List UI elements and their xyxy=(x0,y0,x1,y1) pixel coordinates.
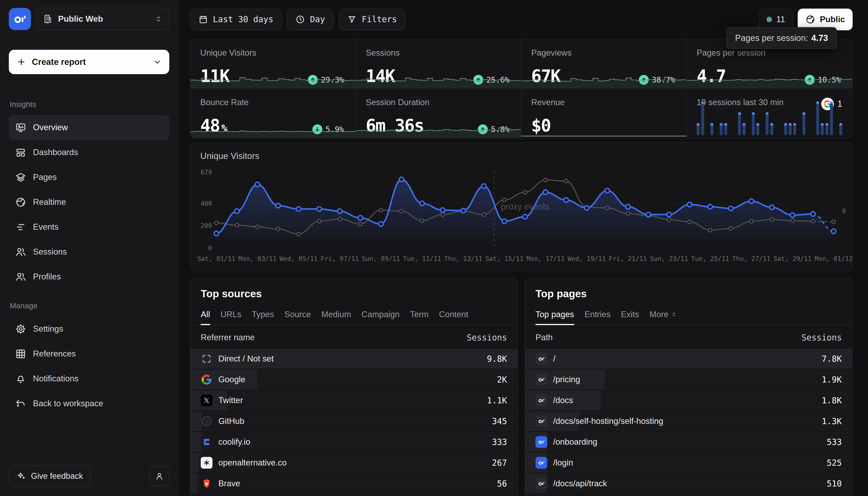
tab-campaign[interactable]: Campaign xyxy=(361,310,400,325)
row-value: 1.9K xyxy=(822,375,842,385)
tab-types[interactable]: Types xyxy=(252,310,274,325)
kpi-unique-visitors[interactable]: Unique Visitors 11K 29.3% xyxy=(190,39,356,89)
section-label-insights: Insights xyxy=(10,100,169,109)
row-label: coolify.io xyxy=(218,437,492,447)
google-icon xyxy=(201,374,212,385)
interval-button[interactable]: Day xyxy=(287,9,334,30)
top-pages-tabs: Top pages Entries Exits More xyxy=(525,310,852,325)
sidebar-item-back-to-workspace[interactable]: Back to workspace xyxy=(9,391,169,416)
sidebar-item-dashboards[interactable]: Dashboards xyxy=(9,140,169,165)
tab-top-pages[interactable]: Top pages xyxy=(536,310,574,325)
funnel-icon xyxy=(347,15,357,24)
sparkline xyxy=(190,118,355,138)
x-icon xyxy=(201,394,212,406)
line-chart-plot[interactable]: proxy events xyxy=(216,172,834,248)
row-value: 1.3K xyxy=(822,416,842,426)
building-icon xyxy=(43,14,53,24)
tab-exits[interactable]: Exits xyxy=(621,310,639,325)
table-row[interactable]: /login 525 xyxy=(525,453,852,473)
top-sources-tabs: All URLs Types Source Medium Campaign Te… xyxy=(190,310,517,325)
table-row[interactable]: /onboarding 533 xyxy=(525,432,852,452)
tab-medium[interactable]: Medium xyxy=(321,310,351,325)
tab-urls[interactable]: URLs xyxy=(220,310,241,325)
kpi-sessions[interactable]: Sessions 14K 25.6% xyxy=(356,39,521,89)
kpi-live-sessions[interactable]: 19 sessions last 30 min 1 xyxy=(687,89,852,138)
events-icon xyxy=(15,221,26,233)
row-label: /docs/self-hosting/self-hosting xyxy=(553,416,822,426)
table-row[interactable] xyxy=(190,494,517,496)
sidebar-item-pages[interactable]: Pages xyxy=(9,165,169,190)
chevron-down-icon xyxy=(153,58,162,66)
filters-button[interactable]: Filters xyxy=(338,9,406,30)
bell-icon xyxy=(15,373,26,384)
kpi-revenue[interactable]: Revenue $0 xyxy=(521,89,687,138)
table-row[interactable]: /pricing 1.9K xyxy=(525,370,852,389)
table-row[interactable] xyxy=(525,494,852,496)
table-row[interactable]: /docs/self-hosting/self-hosting 1.3K xyxy=(525,411,852,431)
kpi-bounce-rate[interactable]: Bounce Rate 48% 5.9% xyxy=(190,89,356,138)
sidebar-item-references[interactable]: References xyxy=(9,341,169,366)
sidebar-item-overview[interactable]: Overview xyxy=(9,115,169,140)
globe-icon xyxy=(15,197,26,208)
sparkline-flat xyxy=(521,118,686,138)
kpi-pageviews[interactable]: Pageviews 67K 38.7% xyxy=(521,39,687,89)
undo-arrow-icon xyxy=(15,398,26,409)
row-value: 267 xyxy=(492,458,507,468)
tab-content[interactable]: Content xyxy=(439,310,468,325)
table-row[interactable]: Twitter 1.1K xyxy=(190,390,517,410)
row-value: 1.8K xyxy=(822,396,842,405)
table-row[interactable]: openalternative.co 267 xyxy=(190,453,517,473)
sidebar: Public Web Create report Insights Overvi… xyxy=(0,0,178,496)
table-row[interactable]: / 7.8K xyxy=(525,349,852,369)
table-row[interactable]: coolify.io 333 xyxy=(190,432,517,452)
tab-entries[interactable]: Entries xyxy=(585,310,611,325)
sidebar-item-notifications[interactable]: Notifications xyxy=(9,366,169,391)
table-row[interactable]: Brave 56 xyxy=(190,474,517,494)
chart-title: Unique Visitors xyxy=(200,151,259,161)
table-row[interactable]: /docs/api/track 510 xyxy=(525,474,852,494)
layers-icon xyxy=(15,172,26,183)
row-value: 56 xyxy=(497,479,507,489)
sidebar-nav: Insights Overview Dashboards Pages Realt… xyxy=(9,88,169,465)
tab-term[interactable]: Term xyxy=(410,310,429,325)
sort-updown-icon xyxy=(671,311,677,317)
hover-tooltip: Pages per session:4.73 xyxy=(726,27,837,49)
user-menu-button[interactable] xyxy=(149,466,169,486)
sidebar-item-events[interactable]: Events xyxy=(9,215,169,239)
date-range-button[interactable]: Last 30 days xyxy=(190,9,282,30)
github-icon xyxy=(201,415,212,427)
sidebar-item-profiles[interactable]: Profiles xyxy=(9,264,169,289)
give-feedback-button[interactable]: Give feedback xyxy=(9,465,91,487)
tab-all[interactable]: All xyxy=(201,310,210,325)
plus-icon xyxy=(16,57,26,67)
sidebar-item-sessions[interactable]: Sessions xyxy=(9,239,169,264)
sidebar-item-settings[interactable]: Settings xyxy=(9,316,169,341)
sparkles-icon xyxy=(16,471,26,481)
create-report-button[interactable]: Create report xyxy=(9,50,169,74)
sparkline xyxy=(521,68,686,88)
tab-source[interactable]: Source xyxy=(284,310,311,325)
workspace-name: Public Web xyxy=(58,14,149,24)
op-dark-icon xyxy=(536,394,547,406)
table-row[interactable]: GitHub 345 xyxy=(190,411,517,431)
row-label: Direct / Not set xyxy=(218,354,487,363)
row-value: 9.8K xyxy=(487,354,507,364)
table-row[interactable]: Google 2K xyxy=(190,370,517,389)
live-sessions-bars xyxy=(697,101,842,135)
table-row[interactable]: /docs 1.8K xyxy=(525,390,852,410)
tab-more[interactable]: More xyxy=(649,310,677,325)
kpi-grid: Unique Visitors 11K 29.3% Sessions 14K 2… xyxy=(190,38,853,138)
row-value: 345 xyxy=(492,416,507,426)
table-row[interactable]: Direct / Not set 9.8K xyxy=(190,349,517,369)
workspace-selector[interactable]: Public Web xyxy=(36,8,169,30)
row-value: 333 xyxy=(492,437,507,447)
openpanel-logo xyxy=(9,8,31,30)
row-value: 510 xyxy=(827,479,842,489)
sidebar-item-realtime[interactable]: Realtime xyxy=(9,190,169,215)
row-label: / xyxy=(553,354,822,363)
top-sources-card: Top sources All URLs Types Source Medium… xyxy=(190,278,518,496)
row-label: /onboarding xyxy=(553,437,827,447)
row-value-bar xyxy=(190,432,201,452)
kpi-session-duration[interactable]: Session Duration 6m 36s 5.8% xyxy=(356,89,521,138)
live-dot xyxy=(767,17,772,22)
